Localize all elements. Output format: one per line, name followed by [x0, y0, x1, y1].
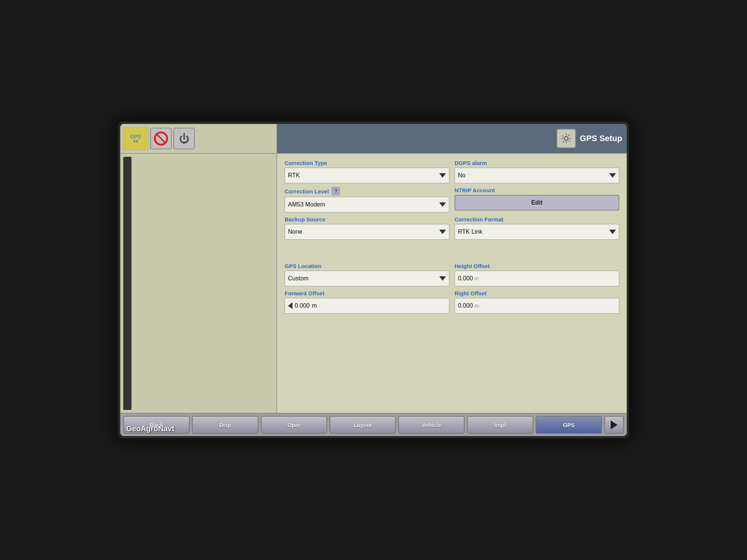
group-gps-location: GPS Location Custom — [285, 263, 449, 286]
group-correction-format: Correction Format RTK Link — [455, 216, 619, 240]
row-correction-level: Correction Level ? AM53 Modem NTRIP Acco… — [285, 187, 619, 212]
right-offset-unit: m — [474, 303, 479, 309]
row-backup-source: Backup Source None Correction Format RTK… — [285, 216, 619, 240]
correction-type-label: Correction Type — [285, 160, 449, 166]
group-right-offset: Right Offset 0.000 m — [455, 290, 619, 314]
group-dgps-alarm: DGPS alarm No — [455, 160, 619, 183]
watermark: GeoAgroNavt — [126, 424, 174, 433]
backup-source-arrow — [439, 230, 446, 234]
gps-location-value: Custom — [288, 275, 309, 282]
correction-level-label-group: Correction Level ? — [285, 187, 449, 195]
correction-type-arrow — [439, 173, 446, 178]
group-backup-source: Backup Source None — [285, 216, 449, 240]
disp-button[interactable]: Disp — [192, 416, 258, 434]
group-height-offset: Height Offset 0.000 m — [455, 263, 619, 286]
no-sign-icon — [154, 131, 168, 146]
top-right: GPS Setup — [277, 124, 627, 153]
gps-tab-sub: ⠿⠿ — [133, 140, 138, 144]
left-dark-bar — [123, 157, 131, 410]
layout-button[interactable]: Layout — [329, 416, 396, 434]
gps-tab-label: GPS — [130, 134, 141, 140]
right-offset-input[interactable]: 0.000 m — [455, 298, 619, 314]
spacer-1 — [285, 243, 619, 249]
spacer-2 — [285, 253, 619, 259]
forward-offset-unit: m — [312, 302, 317, 309]
correction-level-label: Correction Level — [285, 188, 329, 195]
group-correction-level: Correction Level ? AM53 Modem — [285, 187, 449, 212]
correction-type-value: RTK — [288, 172, 300, 179]
row-correction-type: Correction Type RTK DGPS alarm No — [285, 160, 619, 183]
correction-level-select[interactable]: AM53 Modem — [285, 197, 449, 212]
main-content: Correction Type RTK DGPS alarm No — [120, 154, 627, 413]
oper-button[interactable]: Oper — [261, 416, 327, 434]
ntrip-edit-button[interactable]: Edit — [455, 195, 619, 211]
help-icon: ? — [335, 189, 337, 194]
ntrip-account-label: NTRIP Account — [455, 187, 619, 193]
arrow-right-icon — [611, 420, 617, 429]
forward-offset-label: Forward Offset — [285, 290, 449, 296]
right-offset-label: Right Offset — [455, 290, 619, 296]
correction-format-arrow — [609, 230, 616, 234]
usb-button[interactable]: ⏻ — [173, 128, 195, 149]
dgps-alarm-value: No — [458, 172, 465, 179]
top-bar: GPS ⠿⠿ ⏻ — [120, 124, 627, 154]
gps-location-label: GPS Location — [285, 263, 449, 269]
group-correction-type: Correction Type RTK — [285, 160, 449, 183]
height-offset-unit: m — [474, 276, 479, 281]
gps-location-select[interactable]: Custom — [285, 271, 449, 286]
impl-button[interactable]: Impl — [467, 416, 533, 434]
ntrip-edit-label: Edit — [531, 199, 542, 206]
backup-source-label: Backup Source — [285, 216, 449, 223]
correction-level-arrow — [439, 202, 446, 207]
correction-format-label: Correction Format — [455, 216, 619, 223]
right-panel: Correction Type RTK DGPS alarm No — [277, 154, 627, 413]
gps-button[interactable]: GPS — [536, 416, 602, 434]
group-ntrip-account: NTRIP Account Edit — [455, 187, 619, 212]
dgps-alarm-select[interactable]: No — [455, 168, 619, 183]
dgps-alarm-label: DGPS alarm — [455, 160, 619, 166]
row-offsets: Forward Offset 0.000 m Right Offset 0.00… — [285, 290, 619, 314]
settings-icon-button[interactable] — [557, 129, 576, 148]
correction-level-value: AM53 Modem — [288, 201, 325, 208]
bottom-nav: Back Disp Oper Layout Vehicle Impl GPS — [120, 413, 627, 436]
backup-source-select[interactable]: None — [285, 224, 449, 240]
vehicle-button[interactable]: Vehicle — [398, 416, 465, 434]
left-panel — [120, 154, 277, 413]
backup-source-value: None — [288, 228, 302, 235]
page-title: GPS Setup — [580, 134, 622, 143]
settings-icon — [560, 133, 572, 144]
height-offset-input[interactable]: 0.000 m — [455, 271, 619, 286]
row-gps-location: GPS Location Custom Height Offset 0.000 … — [285, 263, 619, 286]
svg-point-0 — [564, 137, 568, 140]
right-offset-value: 0.000 — [458, 302, 473, 309]
next-arrow-button[interactable] — [604, 416, 624, 434]
usb-icon: ⏻ — [179, 133, 189, 145]
height-offset-value: 0.000 — [458, 275, 473, 282]
forward-offset-value: 0.000 — [295, 302, 310, 309]
group-forward-offset: Forward Offset 0.000 m — [285, 290, 449, 314]
height-offset-label: Height Offset — [455, 263, 619, 269]
correction-type-select[interactable]: RTK — [285, 168, 449, 183]
top-left-icons: GPS ⠿⠿ ⏻ — [120, 124, 277, 153]
correction-level-help-button[interactable]: ? — [332, 187, 340, 195]
no-sign-button[interactable] — [150, 128, 172, 149]
correction-format-select[interactable]: RTK Link — [455, 224, 619, 240]
gps-location-arrow — [439, 276, 446, 281]
gps-tab[interactable]: GPS ⠿⠿ — [123, 127, 149, 150]
forward-offset-arrow — [288, 302, 292, 309]
correction-format-value: RTK Link — [458, 228, 483, 235]
dgps-alarm-arrow — [609, 173, 616, 178]
forward-offset-select[interactable]: 0.000 m — [285, 298, 449, 314]
